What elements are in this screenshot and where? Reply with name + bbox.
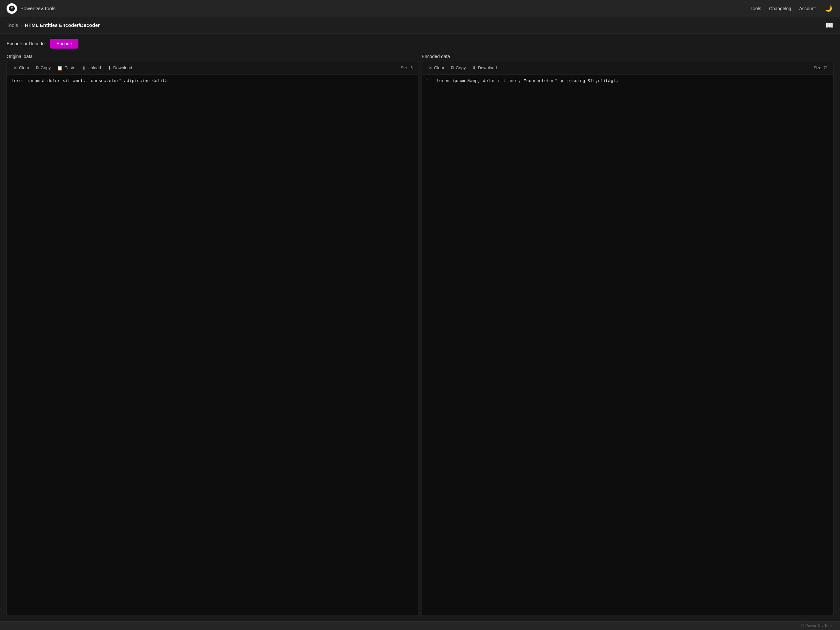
svg-point-1 bbox=[11, 7, 12, 8]
left-upload-button[interactable]: ⬆ Upload bbox=[79, 64, 104, 72]
right-download-button[interactable]: ⬇ Download bbox=[469, 64, 500, 72]
right-toolbar: ✕ Clear ⧉ Copy ⬇ Download Size: 71 bbox=[422, 62, 833, 74]
footer: © PowerDev.Tools bbox=[0, 621, 840, 630]
nav-account-link[interactable]: Account bbox=[799, 6, 816, 11]
left-copy-button[interactable]: ⧉ Copy bbox=[33, 63, 54, 72]
download-icon-right: ⬇ bbox=[472, 65, 476, 71]
right-download-label: Download bbox=[478, 65, 497, 70]
book-icon[interactable]: 📖 bbox=[825, 21, 834, 29]
navbar-left: PowerDev.Tools bbox=[6, 3, 55, 14]
copy-icon: ⧉ bbox=[36, 65, 39, 71]
main-content: Encode or Decode Encode Original data ✕ … bbox=[0, 33, 840, 621]
paste-icon: 📋 bbox=[57, 65, 63, 71]
nav-tools-link[interactable]: Tools bbox=[750, 6, 761, 11]
left-clear-label: Clear bbox=[19, 65, 29, 70]
x-icon: ✕ bbox=[13, 65, 17, 71]
left-paste-button[interactable]: 📋 Paste bbox=[54, 64, 79, 72]
copy-icon-right: ⧉ bbox=[451, 65, 454, 71]
left-panel: Original data ✕ Clear ⧉ Copy 📋 Paste bbox=[6, 54, 418, 616]
left-panel-label: Original data bbox=[6, 54, 418, 59]
line-numbers: 1 bbox=[422, 74, 432, 616]
encode-button[interactable]: Encode bbox=[50, 39, 79, 49]
breadcrumb: Tools › HTML Entities Encoder/Decoder bbox=[6, 22, 100, 28]
output-text: Lorem ipsum &amp; dolor sit amet, "conse… bbox=[432, 74, 833, 616]
right-copy-label: Copy bbox=[456, 65, 466, 70]
logo-text: PowerDev.Tools bbox=[21, 6, 55, 11]
left-panel-inner: ✕ Clear ⧉ Copy 📋 Paste ⬆ Upload bbox=[6, 61, 418, 616]
encode-decode-row: Encode or Decode Encode bbox=[6, 39, 834, 49]
left-size-label: Size: 6 bbox=[399, 66, 415, 70]
footer-text: © PowerDev.Tools bbox=[801, 624, 834, 628]
right-size-label: Size: 71 bbox=[812, 66, 830, 70]
x-icon-right: ✕ bbox=[428, 65, 433, 71]
panel-divider bbox=[418, 54, 422, 616]
output-area: 1 Lorem ipsum &amp; dolor sit amet, "con… bbox=[422, 74, 833, 616]
upload-icon: ⬆ bbox=[82, 65, 86, 71]
nav-changelog-link[interactable]: Changelog bbox=[769, 6, 791, 11]
left-textarea[interactable]: Lorem ipsum & dolor sit amet, "consectet… bbox=[7, 74, 418, 616]
right-clear-label: Clear bbox=[434, 65, 444, 70]
right-panel-label: Encoded data bbox=[422, 54, 834, 59]
left-copy-label: Copy bbox=[41, 65, 51, 70]
left-paste-label: Paste bbox=[64, 65, 75, 70]
right-panel-inner: ✕ Clear ⧉ Copy ⬇ Download Size: 71 1 bbox=[422, 61, 834, 616]
right-copy-button[interactable]: ⧉ Copy bbox=[448, 63, 469, 72]
dark-mode-toggle[interactable]: 🌙 bbox=[824, 4, 834, 13]
breadcrumb-bar: Tools › HTML Entities Encoder/Decoder 📖 bbox=[0, 17, 840, 33]
right-panel: Encoded data ✕ Clear ⧉ Copy ⬇ Download bbox=[422, 54, 834, 616]
encode-decode-label: Encode or Decode bbox=[6, 41, 45, 46]
download-icon: ⬇ bbox=[107, 65, 112, 71]
breadcrumb-separator: › bbox=[21, 22, 22, 28]
left-clear-button[interactable]: ✕ Clear bbox=[10, 64, 33, 72]
breadcrumb-current: HTML Entities Encoder/Decoder bbox=[25, 22, 100, 28]
left-download-button[interactable]: ⬇ Download bbox=[104, 64, 136, 72]
left-download-label: Download bbox=[113, 65, 132, 70]
navbar: PowerDev.Tools Tools Changelog Account 🌙 bbox=[0, 0, 840, 17]
navbar-right: Tools Changelog Account 🌙 bbox=[750, 4, 834, 13]
right-clear-button[interactable]: ✕ Clear bbox=[425, 64, 448, 72]
panels-row: Original data ✕ Clear ⧉ Copy 📋 Paste bbox=[6, 54, 834, 616]
logo-icon bbox=[6, 3, 17, 14]
left-upload-label: Upload bbox=[88, 65, 101, 70]
left-toolbar: ✕ Clear ⧉ Copy 📋 Paste ⬆ Upload bbox=[7, 62, 418, 74]
breadcrumb-parent[interactable]: Tools bbox=[6, 22, 18, 28]
